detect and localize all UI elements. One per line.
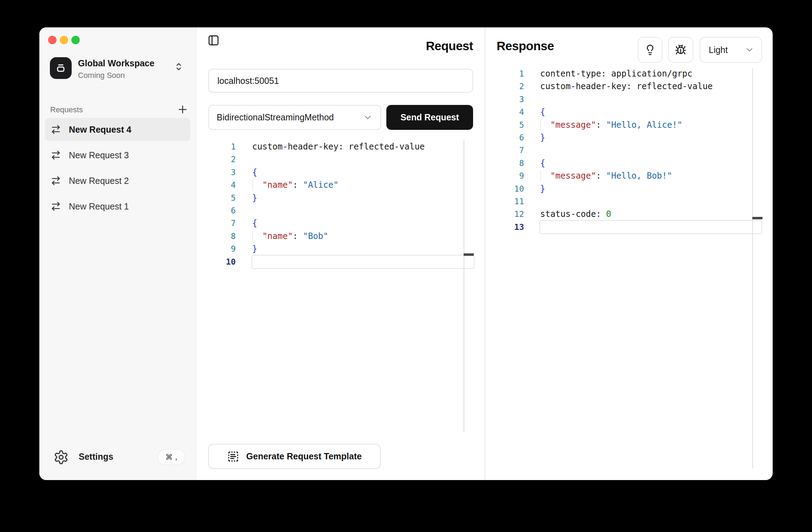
- plus-icon: [177, 104, 189, 115]
- request-list-item[interactable]: New Request 3: [45, 144, 190, 167]
- chevron-down-icon: [745, 45, 754, 55]
- theme-dropdown[interactable]: Light: [700, 37, 762, 63]
- editor-line: 3: [500, 93, 761, 106]
- line-content[interactable]: [252, 255, 474, 268]
- editor-line: 2: [211, 153, 474, 166]
- line-content[interactable]: }: [252, 242, 474, 255]
- chevron-down-icon: [363, 113, 373, 122]
- method-dropdown[interactable]: BidirectionalStreamingMethod: [208, 105, 381, 130]
- line-number: 8: [500, 157, 524, 169]
- editor-line: 7{: [211, 217, 474, 230]
- window-minimize-button[interactable]: [60, 36, 68, 44]
- request-list: New Request 4 New Request 3 New Request …: [45, 118, 190, 220]
- line-number: 9: [211, 242, 236, 255]
- generate-request-template-button[interactable]: Generate Request Template: [208, 444, 381, 469]
- editor-line: 9 "message": "Hello, Bob!": [500, 169, 761, 182]
- bug-icon: [675, 44, 686, 55]
- editor-line: 12status-code: 0: [500, 208, 761, 220]
- request-editor-scrollbar-thumb[interactable]: [464, 253, 474, 256]
- request-list-item-label: New Request 4: [69, 125, 131, 135]
- response-editor-border: [752, 68, 753, 468]
- indent-guide: [541, 171, 541, 181]
- line-number: 9: [500, 169, 524, 182]
- line-content[interactable]: }: [540, 131, 761, 144]
- workspace-title: Global Workspace: [78, 58, 155, 68]
- line-number: 7: [500, 144, 524, 157]
- editor-line: 5}: [211, 192, 474, 204]
- gear-icon: [53, 450, 69, 465]
- editor-line: 6}: [500, 131, 761, 144]
- indent-guide: [253, 180, 253, 190]
- panel-divider: [485, 27, 485, 480]
- line-content[interactable]: {: [540, 157, 761, 169]
- response-editor[interactable]: 1content-type: application/grpc2custom-h…: [500, 67, 761, 233]
- line-content[interactable]: }: [252, 192, 474, 204]
- workspace-switcher-button[interactable]: [173, 61, 184, 72]
- line-content[interactable]: custom-header-key: reflected-value: [252, 140, 474, 153]
- line-number: 13: [500, 221, 524, 233]
- editor-line: 13: [500, 221, 761, 233]
- window-zoom-button[interactable]: [71, 36, 80, 44]
- settings-button[interactable]: Settings: [79, 452, 113, 462]
- editor-line: 6: [211, 204, 474, 217]
- line-content[interactable]: "message": "Hello, Alice!": [540, 119, 761, 131]
- line-number: 12: [500, 208, 524, 220]
- request-list-item-label: New Request 2: [69, 176, 129, 186]
- swap-arrows-icon: [51, 124, 61, 135]
- window-close-button[interactable]: [48, 36, 57, 44]
- hint-button[interactable]: [638, 37, 662, 63]
- editor-line: 10}: [500, 182, 761, 195]
- editor-line: 11: [500, 195, 761, 208]
- line-number: 6: [500, 131, 524, 144]
- generate-request-template-label: Generate Request Template: [246, 451, 362, 461]
- editor-line: 3{: [211, 166, 474, 179]
- line-number: 11: [500, 195, 524, 208]
- line-content[interactable]: [252, 204, 474, 217]
- line-content[interactable]: status-code: 0: [540, 208, 761, 220]
- line-number: 1: [500, 67, 524, 80]
- send-request-button[interactable]: Send Request: [386, 105, 473, 130]
- settings-shortcut-badge: ⌘ ,: [158, 449, 185, 465]
- line-content[interactable]: custom-header-key: reflected-value: [540, 80, 761, 93]
- line-content[interactable]: [540, 221, 761, 233]
- line-number: 8: [211, 230, 236, 242]
- response-editor-scrollbar-thumb[interactable]: [752, 217, 762, 219]
- request-list-item[interactable]: New Request 1: [45, 195, 190, 218]
- debug-button[interactable]: [668, 37, 693, 63]
- indent-guide: [541, 120, 541, 130]
- line-number: 5: [211, 192, 236, 204]
- line-number: 2: [211, 153, 236, 166]
- add-request-button[interactable]: [175, 102, 190, 117]
- chevrons-up-down-icon: [173, 61, 184, 72]
- editor-line: 2custom-header-key: reflected-value: [500, 80, 761, 93]
- line-content[interactable]: {: [252, 217, 474, 230]
- line-number: 6: [211, 204, 236, 217]
- editor-line: 1content-type: application/grpc: [500, 67, 761, 80]
- editor-line: 8 "name": "Bob": [211, 230, 474, 242]
- line-content[interactable]: content-type: application/grpc: [540, 67, 761, 80]
- request-list-item[interactable]: New Request 2: [45, 169, 190, 192]
- request-list-item-label: New Request 3: [69, 150, 129, 160]
- request-list-item-label: New Request 1: [69, 201, 129, 212]
- editor-line: 4 "name": "Alice": [211, 179, 474, 191]
- line-content[interactable]: "name": "Alice": [252, 179, 474, 191]
- swap-arrows-icon: [51, 201, 61, 212]
- method-dropdown-value: BidirectionalStreamingMethod: [217, 112, 363, 122]
- request-list-item[interactable]: New Request 4: [45, 118, 190, 141]
- line-number: 1: [211, 140, 236, 153]
- line-content[interactable]: [540, 195, 761, 208]
- line-content[interactable]: }: [540, 182, 761, 195]
- line-content[interactable]: [540, 93, 761, 106]
- line-content[interactable]: [540, 144, 761, 157]
- request-editor[interactable]: 1custom-header-key: reflected-value23{4 …: [211, 140, 474, 268]
- request-panel-title: Request: [208, 39, 473, 53]
- editor-line: 8{: [500, 157, 761, 169]
- line-content[interactable]: {: [252, 166, 474, 179]
- line-content[interactable]: {: [540, 106, 761, 118]
- server-url-input[interactable]: [208, 69, 473, 93]
- line-number: 10: [500, 182, 524, 195]
- line-content[interactable]: "message": "Hello, Bob!": [540, 169, 761, 182]
- line-content[interactable]: [252, 153, 474, 166]
- line-content[interactable]: "name": "Bob": [252, 230, 474, 242]
- line-number: 10: [211, 255, 236, 268]
